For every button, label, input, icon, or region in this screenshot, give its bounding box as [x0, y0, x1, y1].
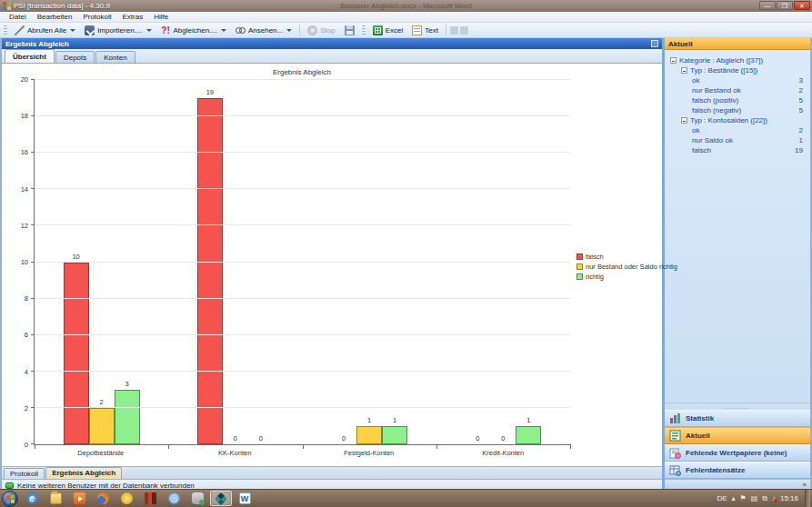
- tree-row[interactable]: Typ : Bestände ([15]): [668, 65, 807, 75]
- tree-label: Kategorie : Abgleich ([37]): [679, 55, 763, 65]
- bar-richtig[interactable]: [382, 426, 407, 444]
- taskbar-internet-explorer-icon[interactable]: e: [21, 491, 43, 506]
- ansehen-button[interactable]: Ansehen...: [232, 25, 296, 36]
- taskbar-psi-app-icon[interactable]: [210, 491, 232, 506]
- sidebar-nav-statistik[interactable]: Statistik: [665, 410, 810, 427]
- tray-app-icon[interactable]: ▤: [751, 494, 758, 502]
- tree-row[interactable]: nur Bestand ok2: [668, 85, 807, 95]
- close-button[interactable]: ✕: [794, 1, 810, 10]
- overflow-chevron-icon[interactable]: »: [803, 481, 807, 489]
- bottom-tab[interactable]: Protokoll: [4, 468, 45, 479]
- bar-slot: 3: [115, 80, 140, 444]
- tree-label: falsch: [692, 145, 711, 155]
- sidebar-splitter[interactable]: .........: [665, 403, 810, 410]
- bar-nur-Bestand-oder-Saldo-richtig[interactable]: [356, 426, 382, 444]
- tab-übersicht[interactable]: Übersicht: [5, 49, 55, 63]
- importieren-button[interactable]: Importieren....: [81, 25, 155, 36]
- minimize-button[interactable]: —: [759, 1, 776, 10]
- volume-muted-icon[interactable]: ♪: [772, 494, 776, 502]
- dropdown-arrow-icon[interactable]: [221, 29, 226, 32]
- y-tick-label: 2: [3, 404, 28, 413]
- y-tick: [31, 407, 35, 408]
- legend-label: falsch: [586, 253, 604, 261]
- system-tray: DE ▴ ⚑ ▤ ⧉ ♪ 15:16: [717, 494, 802, 503]
- bar-group-4: 001: [436, 80, 570, 444]
- bar-richtig[interactable]: [115, 390, 140, 444]
- y-tick: [31, 224, 35, 225]
- statistics-icon: [669, 413, 681, 424]
- dropdown-arrow-icon[interactable]: [146, 29, 152, 32]
- tree-label: falsch (negativ): [692, 105, 741, 115]
- bar-groups: 10231900011001: [35, 80, 570, 444]
- menu-item-protokoll[interactable]: Protokoll: [77, 12, 116, 23]
- tab-depots[interactable]: Depots: [55, 51, 95, 63]
- menu-item-hilfe[interactable]: Hilfe: [148, 12, 174, 23]
- dropdown-arrow-icon[interactable]: [286, 29, 292, 32]
- taskbar-media-player-icon[interactable]: [68, 491, 90, 506]
- tab-konten[interactable]: Konten: [95, 51, 135, 63]
- sidebar-nav-fehlerdatens-tze[interactable]: Fehlerdatensätze: [665, 462, 810, 479]
- save-button: [341, 25, 358, 36]
- network-icon[interactable]: ⧉: [762, 494, 767, 503]
- collapse-expander-icon[interactable]: [681, 117, 687, 124]
- y-tick-label: 0: [3, 441, 28, 449]
- language-indicator[interactable]: DE: [717, 494, 727, 502]
- taskbar-word-icon[interactable]: W: [234, 491, 256, 506]
- y-tick-label: 6: [3, 331, 28, 339]
- y-tick-label: 12: [3, 222, 28, 230]
- sidebar-nav-aktuell[interactable]: Aktuell: [665, 427, 810, 444]
- taskbar-library-books-icon[interactable]: [139, 491, 161, 506]
- tree-row[interactable]: falsch (negativ)5: [668, 105, 807, 115]
- menu-item-datei[interactable]: Datei: [4, 12, 32, 23]
- chart-legend: falschnur Bestand oder Saldo richtigrich…: [576, 253, 677, 283]
- menu-item-bearbeiten[interactable]: Bearbeiten: [32, 12, 78, 23]
- tree-row[interactable]: nur Saldo ok1: [668, 135, 807, 145]
- dropdown-arrow-icon[interactable]: [70, 29, 75, 32]
- abgleichen-button[interactable]: ?! Abgleichen....: [157, 25, 230, 36]
- background-window-title: Besserer Abgleich.docx - Microsoft Word: [0, 2, 812, 10]
- taskbar-yellow-app-icon[interactable]: [115, 491, 137, 506]
- gridline: [35, 79, 570, 80]
- show-desktop-button[interactable]: [805, 490, 810, 507]
- tray-expand-icon[interactable]: ▴: [732, 494, 736, 502]
- sidebar-nav-label: Aktuell: [686, 432, 710, 440]
- maximize-button[interactable]: ❐: [777, 1, 793, 10]
- y-tick: [31, 298, 35, 299]
- action-center-flag-icon[interactable]: ⚑: [740, 494, 747, 502]
- bar-value-label: 1: [373, 416, 416, 424]
- tree-row[interactable]: ok2: [668, 125, 807, 135]
- taskbar-database-icon[interactable]: [186, 491, 208, 506]
- connection-status-icon: [5, 482, 14, 489]
- abrufen-alle-button[interactable]: Abrufen Alle: [11, 25, 79, 36]
- tree-row[interactable]: falsch (positiv)5: [668, 95, 807, 105]
- collapse-expander-icon[interactable]: [681, 67, 687, 74]
- tree-label: nur Saldo ok: [692, 135, 733, 145]
- export-excel-button[interactable]: Excel: [369, 25, 407, 36]
- taskbar-firefox-icon[interactable]: [92, 491, 114, 506]
- bar-richtig[interactable]: [516, 426, 541, 444]
- bar-nur-Bestand-oder-Saldo-richtig[interactable]: [89, 408, 115, 444]
- taskbar-browser-globe-icon[interactable]: [163, 491, 185, 506]
- bar-falsch[interactable]: [197, 98, 223, 444]
- bar-slot: 0: [248, 80, 274, 444]
- tree-row[interactable]: ok3: [668, 75, 807, 85]
- tree-row[interactable]: Typ : Kontosalden ([22]): [668, 115, 807, 125]
- bar-falsch[interactable]: [64, 263, 89, 445]
- error-records-icon: [669, 464, 681, 476]
- start-button[interactable]: [2, 491, 18, 507]
- export-text-button[interactable]: Text: [408, 25, 442, 36]
- tree-row[interactable]: falsch19: [668, 145, 807, 155]
- y-tick-label: 18: [3, 112, 28, 120]
- y-tick-label: 16: [3, 148, 28, 156]
- tree-row[interactable]: Kategorie : Abgleich ([37]): [668, 55, 807, 65]
- sidebar-nav-fehlende-wertpapiere-keine-[interactable]: Fehlende Wertpapiere (keine): [665, 444, 810, 462]
- collapse-expander-icon[interactable]: [670, 57, 677, 64]
- x-axis-labels: DepotbeständeKK-KontenFestgeld-KontenKre…: [34, 449, 570, 457]
- taskbar-windows-explorer-icon[interactable]: [45, 491, 66, 506]
- psi-app-icon: [215, 492, 227, 504]
- menu-item-extras[interactable]: Extras: [117, 12, 149, 23]
- stop-button: Stop: [304, 25, 338, 36]
- bottom-tab[interactable]: Ergebnis Abgleich: [45, 467, 122, 479]
- panel-menu-icon[interactable]: [651, 40, 658, 47]
- clock[interactable]: 15:16: [780, 494, 798, 502]
